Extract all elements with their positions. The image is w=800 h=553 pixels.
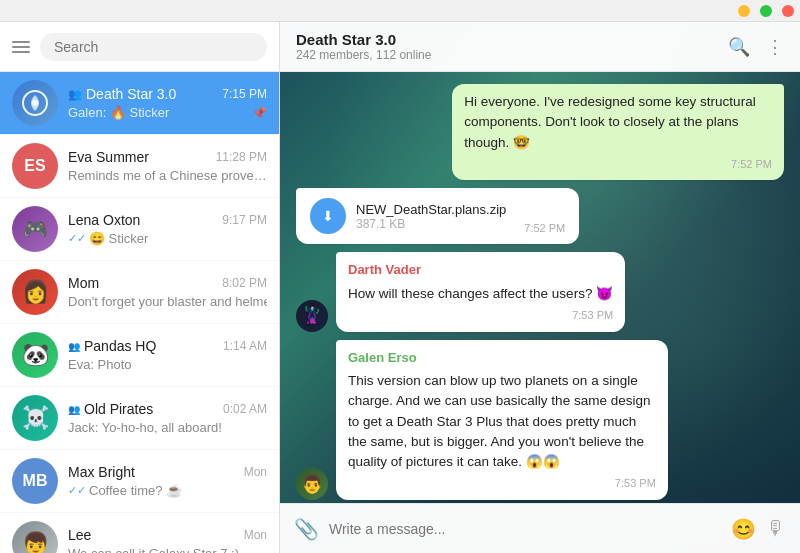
file-size: 387.1 KB: [356, 217, 506, 231]
avatar: 🎮: [12, 206, 58, 252]
double-check-icon: ✓✓: [68, 232, 86, 245]
message-time: 7:52 PM: [524, 222, 565, 234]
message-bubble-darth: Darth Vader How will these changes affec…: [336, 252, 625, 331]
message-text: How will these changes affect the users?…: [348, 284, 613, 304]
app-container: 👥 Death Star 3.0 7:15 PM Galen: 🔥 Sticke…: [0, 22, 800, 553]
message-time: 7:52 PM: [464, 156, 772, 173]
chat-item-old-pirates[interactable]: ☠️ 👥 Old Pirates 0:02 AM Jack: Yo-ho-ho,…: [0, 387, 279, 450]
messages-area: Hi everyone. I've redesigned some key st…: [280, 72, 800, 503]
chat-info: 👥 Death Star 3.0 7:15 PM Galen: 🔥 Sticke…: [68, 86, 267, 120]
hamburger-menu-button[interactable]: [12, 41, 30, 53]
chat-time: Mon: [244, 465, 267, 479]
chat-title-info: Death Star 3.0 242 members, 112 online: [296, 31, 431, 62]
message-sender: Galen Erso: [348, 348, 656, 368]
chat-time: Mon: [244, 528, 267, 542]
chat-item-death-star[interactable]: 👥 Death Star 3.0 7:15 PM Galen: 🔥 Sticke…: [0, 72, 279, 135]
avatar: ES: [12, 143, 58, 189]
message-time: 7:53 PM: [348, 307, 613, 324]
titlebar: [0, 0, 800, 22]
message-bubble-outgoing-1: Hi everyone. I've redesigned some key st…: [452, 84, 784, 180]
maximize-button[interactable]: [760, 5, 772, 17]
avatar: [12, 80, 58, 126]
chat-item-max-bright[interactable]: MB Max Bright Mon ✓✓ Coffee time? ☕: [0, 450, 279, 513]
attach-icon[interactable]: 📎: [294, 517, 319, 541]
chat-info: 👥 Old Pirates 0:02 AM Jack: Yo-ho-ho, al…: [68, 401, 267, 435]
avatar: 👦: [12, 521, 58, 553]
microphone-icon[interactable]: 🎙: [766, 517, 786, 540]
chat-preview: We can call it Galaxy Star 7 ;): [68, 546, 267, 553]
chat-preview: Eva: Photo: [68, 357, 267, 372]
chat-name: Lena Oxton: [68, 212, 140, 228]
chat-info: Lena Oxton 9:17 PM ✓✓ 😄 Sticker: [68, 212, 267, 246]
svg-point-1: [32, 100, 38, 106]
chat-name: 👥 Old Pirates: [68, 401, 153, 417]
message-row-darth: 🦹 Darth Vader How will these changes aff…: [296, 252, 784, 331]
chat-item-lena-oxton[interactable]: 🎮 Lena Oxton 9:17 PM ✓✓ 😄 Sticker: [0, 198, 279, 261]
sidebar-header: [0, 22, 279, 72]
message-sender: Darth Vader: [348, 260, 613, 280]
chat-list: 👥 Death Star 3.0 7:15 PM Galen: 🔥 Sticke…: [0, 72, 279, 553]
chat-preview: ✓✓ 😄 Sticker: [68, 231, 267, 246]
minimize-button[interactable]: [738, 5, 750, 17]
file-info: NEW_DeathStar.plans.zip 387.1 KB: [356, 202, 506, 231]
message-text: Hi everyone. I've redesigned some key st…: [464, 92, 772, 153]
group-icon: 👥: [68, 341, 80, 352]
file-message-bubble: ⬇ NEW_DeathStar.plans.zip 387.1 KB 7:52 …: [296, 188, 579, 244]
chat-info: Eva Summer 11:28 PM Reminds me of a Chin…: [68, 149, 267, 183]
emoji-icon[interactable]: 😊: [731, 517, 756, 541]
chat-header: Death Star 3.0 242 members, 112 online 🔍…: [280, 22, 800, 72]
chat-time: 7:15 PM: [222, 87, 267, 101]
chat-header-actions: 🔍 ⋮: [728, 36, 784, 58]
chat-info: Mom 8:02 PM Don't forget your blaster an…: [68, 275, 267, 309]
chat-item-lee[interactable]: 👦 Lee Mon We can call it Galaxy Star 7 ;…: [0, 513, 279, 553]
chat-preview: Don't forget your blaster and helmet: [68, 294, 267, 309]
chat-info: Max Bright Mon ✓✓ Coffee time? ☕: [68, 464, 267, 498]
file-download-icon[interactable]: ⬇: [310, 198, 346, 234]
more-options-icon[interactable]: ⋮: [766, 36, 784, 58]
pin-icon: 📌: [252, 106, 267, 120]
avatar: 🦹: [296, 300, 328, 332]
chat-area: Death Star 3.0 242 members, 112 online 🔍…: [280, 22, 800, 553]
chat-subtitle: 242 members, 112 online: [296, 48, 431, 62]
message-row-galen: 👨 Galen Erso This version can blow up tw…: [296, 340, 784, 500]
chat-info: 👥 Pandas HQ 1:14 AM Eva: Photo: [68, 338, 267, 372]
group-icon: 👥: [68, 404, 80, 415]
file-name: NEW_DeathStar.plans.zip: [356, 202, 506, 217]
chat-time: 11:28 PM: [216, 150, 267, 164]
chat-name: Eva Summer: [68, 149, 149, 165]
double-check-icon: ✓✓: [68, 484, 86, 497]
close-button[interactable]: [782, 5, 794, 17]
chat-item-mom[interactable]: 👩 Mom 8:02 PM Don't forget your blaster …: [0, 261, 279, 324]
chat-name: Max Bright: [68, 464, 135, 480]
window-controls: [732, 5, 794, 17]
chat-time: 0:02 AM: [223, 402, 267, 416]
avatar: ☠️: [12, 395, 58, 441]
chat-item-eva-summer[interactable]: ES Eva Summer 11:28 PM Reminds me of a C…: [0, 135, 279, 198]
chat-time: 1:14 AM: [223, 339, 267, 353]
message-bubble-galen: Galen Erso This version can blow up two …: [336, 340, 668, 500]
search-input[interactable]: [40, 33, 267, 61]
search-icon[interactable]: 🔍: [728, 36, 750, 58]
group-icon: 👥: [68, 88, 82, 101]
avatar: 👨: [296, 468, 328, 500]
message-input[interactable]: [329, 521, 721, 537]
chat-item-pandas-hq[interactable]: 🐼 👥 Pandas HQ 1:14 AM Eva: Photo: [0, 324, 279, 387]
chat-name: Mom: [68, 275, 99, 291]
chat-preview: Reminds me of a Chinese prove… 2: [68, 168, 267, 183]
chat-name: Lee: [68, 527, 91, 543]
chat-title: Death Star 3.0: [296, 31, 431, 48]
chat-time: 9:17 PM: [222, 213, 267, 227]
chat-name: 👥 Pandas HQ: [68, 338, 156, 354]
chat-info: Lee Mon We can call it Galaxy Star 7 ;): [68, 527, 267, 553]
chat-name: 👥 Death Star 3.0: [68, 86, 176, 102]
chat-preview: ✓✓ Coffee time? ☕: [68, 483, 267, 498]
message-text: This version can blow up two planets on …: [348, 371, 656, 472]
message-time: 7:53 PM: [348, 475, 656, 492]
chat-preview: Galen: 🔥 Sticker 📌: [68, 105, 267, 120]
avatar: MB: [12, 458, 58, 504]
chat-preview: Jack: Yo-ho-ho, all aboard!: [68, 420, 267, 435]
avatar: 🐼: [12, 332, 58, 378]
chat-time: 8:02 PM: [222, 276, 267, 290]
avatar: 👩: [12, 269, 58, 315]
sidebar: 👥 Death Star 3.0 7:15 PM Galen: 🔥 Sticke…: [0, 22, 280, 553]
